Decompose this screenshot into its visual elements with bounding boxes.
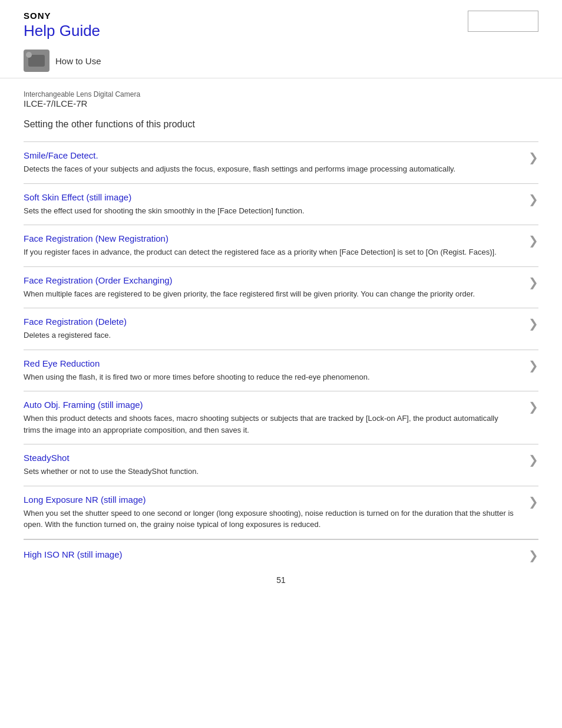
topic-item[interactable]: Auto Obj. Framing (still image) When thi…	[24, 391, 538, 444]
topic-title-4[interactable]: Face Registration (Delete)	[24, 317, 517, 327]
topic-content: Face Registration (Delete) Deletes a reg…	[24, 317, 528, 341]
topic-title-6[interactable]: Auto Obj. Framing (still image)	[24, 400, 517, 410]
topic-item[interactable]: Soft Skin Effect (still image) Sets the …	[24, 183, 538, 225]
topic-content: Smile/Face Detect. Detects the faces of …	[24, 150, 528, 175]
topic-item[interactable]: SteadyShot Sets whether or not to use th…	[24, 444, 538, 486]
topic-item[interactable]: Face Registration (Delete) Deletes a reg…	[24, 308, 538, 350]
page-number: 51	[24, 575, 538, 585]
search-box[interactable]	[468, 11, 538, 32]
topic-desc-0: Detects the faces of your subjects and a…	[24, 164, 455, 173]
topic-item[interactable]: Long Exposure NR (still image) When you …	[24, 486, 538, 539]
topic-chevron-3: ❯	[528, 276, 538, 288]
topic-chevron-6: ❯	[528, 401, 538, 413]
topic-content: SteadyShot Sets whether or not to use th…	[24, 453, 528, 477]
page-header: SONY Help Guide	[0, 0, 562, 40]
topic-content: Face Registration (New Registration) If …	[24, 233, 528, 258]
sony-logo: SONY	[24, 11, 100, 21]
how-to-use-bar: How to Use	[0, 44, 562, 78]
topic-desc-6: When this product detects and shoots fac…	[24, 414, 498, 434]
product-model: ILCE-7/ILCE-7R	[24, 98, 538, 108]
last-topic-title[interactable]: High ISO NR (still image)	[24, 549, 123, 559]
topic-title-3[interactable]: Face Registration (Order Exchanging)	[24, 275, 517, 285]
header-left: SONY Help Guide	[24, 11, 100, 40]
topic-content: Soft Skin Effect (still image) Sets the …	[24, 192, 528, 217]
topic-content: Auto Obj. Framing (still image) When thi…	[24, 400, 528, 436]
help-guide-link[interactable]: Help Guide	[24, 22, 100, 39]
topic-content: Red Eye Reduction When using the flash, …	[24, 358, 528, 383]
product-type: Interchangeable Lens Digital Camera	[24, 90, 538, 98]
topic-title-8[interactable]: Long Exposure NR (still image)	[24, 495, 517, 505]
section-heading: Setting the other functions of this prod…	[24, 119, 538, 134]
topic-title-0[interactable]: Smile/Face Detect.	[24, 150, 517, 160]
topic-desc-7: Sets whether or not to use the SteadySho…	[24, 467, 199, 476]
topic-content: Face Registration (Order Exchanging) Whe…	[24, 275, 528, 300]
topic-list: Smile/Face Detect. Detects the faces of …	[24, 141, 538, 539]
topic-chevron-0: ❯	[528, 151, 538, 163]
topic-item[interactable]: Face Registration (New Registration) If …	[24, 225, 538, 266]
topic-chevron-4: ❯	[528, 318, 538, 330]
topic-desc-5: When using the flash, it is fired two or…	[24, 373, 370, 381]
topic-chevron-1: ❯	[528, 193, 538, 205]
topic-desc-1: Sets the effect used for shooting the sk…	[24, 206, 305, 215]
main-content: Interchangeable Lens Digital Camera ILCE…	[0, 78, 562, 602]
topic-title-7[interactable]: SteadyShot	[24, 453, 517, 463]
topic-chevron-7: ❯	[528, 454, 538, 466]
topic-desc-8: When you set the shutter speed to one se…	[24, 509, 514, 529]
last-topic-item[interactable]: High ISO NR (still image) ❯	[24, 539, 538, 569]
topic-content: Long Exposure NR (still image) When you …	[24, 495, 528, 531]
how-to-use-label: How to Use	[55, 56, 101, 66]
topic-item[interactable]: Face Registration (Order Exchanging) Whe…	[24, 266, 538, 308]
topic-title-5[interactable]: Red Eye Reduction	[24, 358, 517, 368]
last-topic-chevron: ❯	[528, 549, 538, 561]
camera-icon	[24, 50, 49, 72]
topic-item[interactable]: Red Eye Reduction When using the flash, …	[24, 350, 538, 391]
topic-desc-2: If you register faces in advance, the pr…	[24, 248, 497, 256]
topic-item[interactable]: Smile/Face Detect. Detects the faces of …	[24, 141, 538, 183]
topic-title-2[interactable]: Face Registration (New Registration)	[24, 233, 517, 243]
topic-desc-4: Deletes a registered face.	[24, 331, 111, 340]
topic-title-1[interactable]: Soft Skin Effect (still image)	[24, 192, 517, 202]
topic-chevron-2: ❯	[528, 235, 538, 246]
product-info: Interchangeable Lens Digital Camera ILCE…	[24, 90, 538, 108]
topic-chevron-8: ❯	[528, 496, 538, 508]
topic-desc-3: When multiple faces are registered to be…	[24, 289, 475, 298]
topic-chevron-5: ❯	[528, 360, 538, 371]
